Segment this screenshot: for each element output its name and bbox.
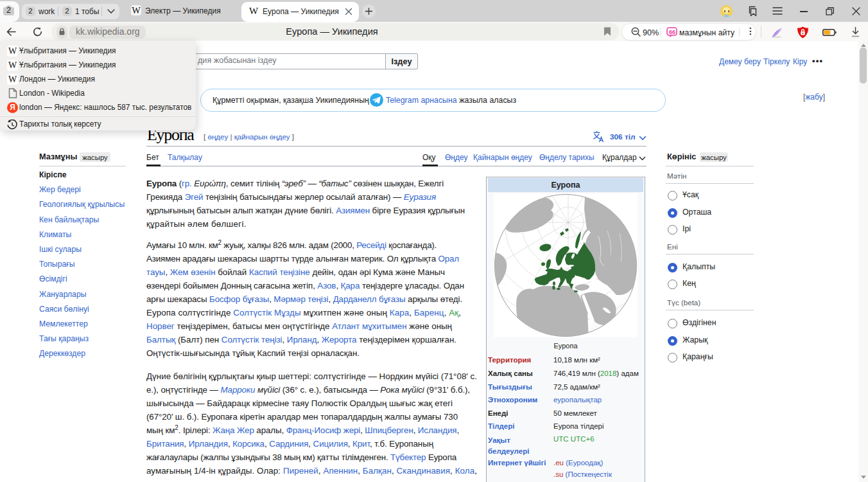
svg-text:66: 66 (669, 29, 675, 35)
